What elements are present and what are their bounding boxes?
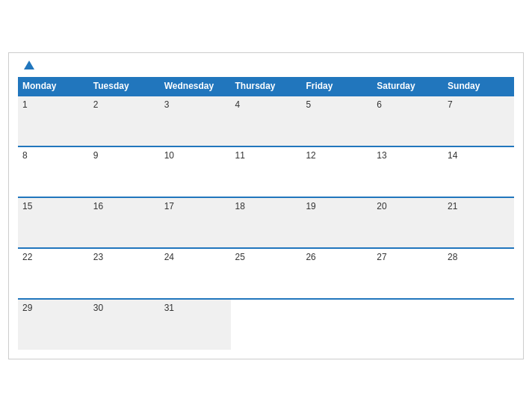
week-row-5: 293031 xyxy=(18,299,514,350)
day-number: 23 xyxy=(93,252,155,262)
calendar-cell: 18 xyxy=(231,197,302,248)
day-number: 17 xyxy=(164,201,226,211)
day-number: 13 xyxy=(377,150,439,161)
calendar-cell: 23 xyxy=(89,248,160,299)
calendar-cell: 12 xyxy=(301,146,372,197)
calendar-cell: 31 xyxy=(160,299,231,350)
weekday-header-row: MondayTuesdayWednesdayThursdayFridaySatu… xyxy=(18,77,514,96)
logo-blue-text xyxy=(21,61,34,69)
calendar-cell: 30 xyxy=(89,299,160,350)
calendar-cell: 26 xyxy=(301,248,372,299)
calendar-cell: 21 xyxy=(443,197,514,248)
calendar-cell: 6 xyxy=(372,96,443,146)
weekday-header-tuesday: Tuesday xyxy=(89,77,160,96)
logo xyxy=(21,61,34,69)
calendar-cell: 13 xyxy=(372,146,443,197)
day-number: 5 xyxy=(306,99,368,110)
calendar-cell: 17 xyxy=(160,197,231,248)
day-number: 7 xyxy=(448,99,510,110)
weekday-header-wednesday: Wednesday xyxy=(160,77,231,96)
calendar-cell: 7 xyxy=(443,96,514,146)
day-number: 25 xyxy=(235,252,297,262)
calendar-cell: 1 xyxy=(18,96,89,146)
calendar-cell: 14 xyxy=(443,146,514,197)
day-number: 4 xyxy=(235,99,297,110)
day-number: 20 xyxy=(377,201,439,211)
day-number: 22 xyxy=(22,252,84,262)
calendar-cell: 4 xyxy=(231,96,302,146)
logo-triangle-icon xyxy=(24,61,34,69)
calendar-cell: 15 xyxy=(18,197,89,248)
day-number: 18 xyxy=(235,201,297,211)
calendar-cell: 3 xyxy=(160,96,231,146)
day-number: 3 xyxy=(164,99,226,110)
day-number: 6 xyxy=(377,99,439,110)
calendar-cell: 9 xyxy=(89,146,160,197)
calendar-cell: 24 xyxy=(160,248,231,299)
calendar-body: 1234567891011121314151617181920212223242… xyxy=(18,96,514,350)
weekday-header-sunday: Sunday xyxy=(443,77,514,96)
calendar-cell xyxy=(301,299,372,350)
day-number: 31 xyxy=(164,303,226,313)
day-number: 27 xyxy=(377,252,439,262)
calendar-container: MondayTuesdayWednesdayThursdayFridaySatu… xyxy=(8,52,524,359)
calendar-cell: 25 xyxy=(231,248,302,299)
day-number: 26 xyxy=(306,252,368,262)
calendar-thead: MondayTuesdayWednesdayThursdayFridaySatu… xyxy=(18,77,514,96)
weekday-header-thursday: Thursday xyxy=(231,77,302,96)
week-row-2: 891011121314 xyxy=(18,146,514,197)
day-number: 11 xyxy=(235,150,297,161)
day-number: 1 xyxy=(22,99,84,110)
day-number: 9 xyxy=(93,150,155,161)
weekday-header-monday: Monday xyxy=(18,77,89,96)
calendar-cell: 19 xyxy=(301,197,372,248)
calendar-cell: 20 xyxy=(372,197,443,248)
calendar-cell: 2 xyxy=(89,96,160,146)
calendar-cell: 22 xyxy=(18,248,89,299)
calendar-cell: 29 xyxy=(18,299,89,350)
day-number: 12 xyxy=(306,150,368,161)
calendar-cell: 10 xyxy=(160,146,231,197)
weekday-header-saturday: Saturday xyxy=(372,77,443,96)
day-number: 29 xyxy=(22,303,84,313)
day-number: 15 xyxy=(22,201,84,211)
day-number: 14 xyxy=(448,150,510,161)
calendar-cell xyxy=(372,299,443,350)
day-number: 16 xyxy=(93,201,155,211)
calendar-cell: 8 xyxy=(18,146,89,197)
day-number: 24 xyxy=(164,252,226,262)
calendar-cell: 5 xyxy=(301,96,372,146)
calendar-table: MondayTuesdayWednesdayThursdayFridaySatu… xyxy=(18,77,514,350)
day-number: 21 xyxy=(448,201,510,211)
week-row-4: 22232425262728 xyxy=(18,248,514,299)
weekday-header-friday: Friday xyxy=(301,77,372,96)
calendar-cell: 28 xyxy=(443,248,514,299)
day-number: 30 xyxy=(93,303,155,313)
calendar-header xyxy=(18,61,514,69)
calendar-cell: 11 xyxy=(231,146,302,197)
day-number: 10 xyxy=(164,150,226,161)
calendar-cell xyxy=(443,299,514,350)
calendar-cell: 16 xyxy=(89,197,160,248)
week-row-1: 1234567 xyxy=(18,96,514,146)
day-number: 19 xyxy=(306,201,368,211)
day-number: 28 xyxy=(448,252,510,262)
day-number: 8 xyxy=(22,150,84,161)
calendar-cell: 27 xyxy=(372,248,443,299)
calendar-cell xyxy=(231,299,302,350)
week-row-3: 15161718192021 xyxy=(18,197,514,248)
day-number: 2 xyxy=(93,99,155,110)
